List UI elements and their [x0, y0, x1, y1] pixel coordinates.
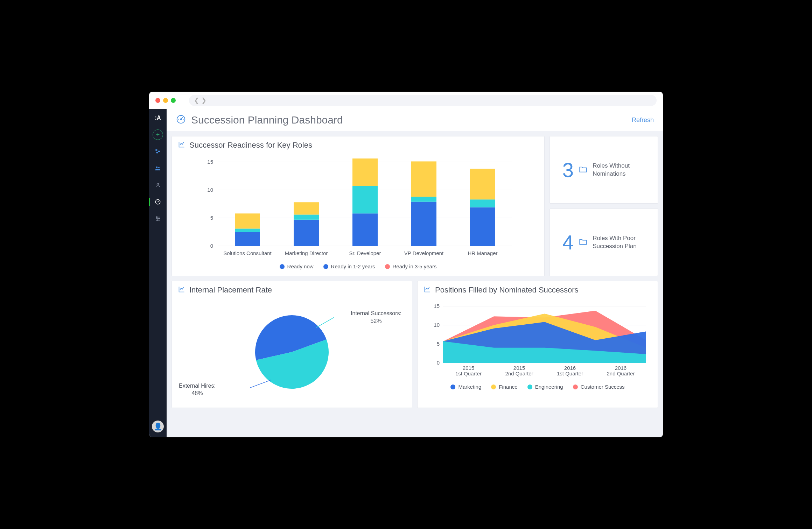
sidebar-org-icon[interactable]	[153, 146, 163, 157]
add-button[interactable]: +	[153, 129, 163, 140]
svg-point-13	[157, 220, 158, 221]
svg-rect-28	[294, 220, 319, 246]
svg-rect-34	[352, 158, 378, 186]
refresh-button[interactable]: Refresh	[632, 117, 654, 124]
placement-pie-chart	[250, 310, 334, 394]
svg-text:15: 15	[434, 303, 440, 309]
user-avatar[interactable]: 👤	[152, 421, 164, 432]
svg-text:0: 0	[437, 360, 440, 366]
svg-point-5	[157, 183, 159, 185]
positions-area-chart: 05101520151st Quarter20152nd Quarter2016…	[424, 303, 651, 380]
svg-rect-26	[235, 213, 260, 228]
pie-label-internal: Internal Successors:52%	[351, 310, 401, 325]
back-icon[interactable]: ❮	[194, 97, 199, 104]
page-header: Succession Planning Dashboard Refresh	[167, 109, 663, 131]
svg-text:10: 10	[207, 187, 213, 193]
positions-legend: MarketingFinanceEngineeringCustomer Succ…	[424, 382, 651, 393]
svg-rect-29	[294, 214, 319, 219]
stat-value: 3	[562, 160, 574, 180]
svg-text:0: 0	[210, 243, 213, 249]
sidebar-person-icon[interactable]	[153, 180, 163, 190]
sidebar: :A + 👤	[149, 109, 167, 437]
legend-item: Ready in 1-2 years	[323, 263, 375, 269]
svg-point-11	[156, 217, 158, 218]
svg-text:2nd Quarter: 2nd Quarter	[607, 371, 635, 376]
svg-text:5: 5	[437, 341, 440, 347]
stat-value: 4	[562, 232, 574, 253]
stat-label: Roles Without Nominations	[593, 162, 645, 177]
svg-text:10: 10	[434, 322, 440, 328]
card-readiness: Successor Readiness for Key Roles 051015…	[172, 136, 545, 276]
window-titlebar: ❮ ❯	[149, 92, 663, 109]
app-logo-icon[interactable]: :A	[153, 113, 163, 123]
legend-item: Ready now	[280, 263, 314, 269]
folder-icon	[579, 237, 588, 248]
card-title: Positions Filled by Nominated Successors	[435, 285, 579, 295]
sidebar-settings-icon[interactable]	[153, 213, 163, 224]
legend-item: Ready in 3-5 years	[385, 263, 437, 269]
svg-rect-24	[235, 232, 260, 246]
svg-rect-0	[155, 149, 157, 151]
legend-item: Finance	[491, 384, 517, 390]
card-positions-filled: Positions Filled by Nominated Successors…	[417, 281, 658, 408]
maximize-window-icon[interactable]	[171, 98, 176, 103]
legend-item: Engineering	[527, 384, 563, 390]
address-bar[interactable]: ❮ ❯	[189, 95, 657, 106]
svg-point-3	[156, 167, 158, 168]
close-window-icon[interactable]	[155, 98, 160, 103]
svg-text:Marketing Director: Marketing Director	[285, 250, 328, 256]
svg-rect-40	[470, 207, 495, 246]
svg-rect-38	[411, 161, 436, 197]
card-title: Internal Placement Rate	[189, 285, 272, 295]
svg-rect-2	[156, 152, 158, 154]
svg-rect-32	[352, 213, 378, 246]
svg-rect-36	[411, 202, 436, 246]
svg-point-4	[158, 167, 160, 168]
svg-rect-42	[470, 169, 495, 199]
svg-text:2016: 2016	[564, 365, 576, 371]
svg-text:Sr. Developer: Sr. Developer	[349, 250, 381, 256]
svg-text:2nd Quarter: 2nd Quarter	[505, 371, 533, 376]
svg-text:5: 5	[210, 215, 213, 221]
svg-rect-30	[294, 202, 319, 214]
svg-rect-1	[158, 151, 160, 152]
legend-item: Customer Success	[573, 384, 625, 390]
chart-icon	[178, 286, 185, 294]
pie-label-external: External Hires:48%	[179, 382, 216, 397]
sidebar-people-icon[interactable]	[153, 163, 163, 174]
sidebar-dashboard-icon[interactable]	[153, 197, 163, 207]
card-title: Successor Readiness for Key Roles	[189, 141, 312, 150]
card-placement-rate: Internal Placement Rate Internal Success…	[172, 281, 412, 408]
stat-label: Roles With Poor Succession Plan	[593, 234, 645, 250]
svg-text:HR Manager: HR Manager	[468, 250, 497, 256]
svg-rect-33	[352, 186, 378, 213]
svg-text:1st Quarter: 1st Quarter	[557, 371, 583, 376]
stat-roles-without-nominations[interactable]: 3 Roles Without Nominations	[550, 136, 658, 204]
svg-text:2015: 2015	[513, 365, 525, 371]
svg-text:2016: 2016	[615, 365, 626, 371]
svg-line-45	[250, 380, 271, 390]
legend-item: Marketing	[450, 384, 481, 390]
stat-roles-poor-plan[interactable]: 4 Roles With Poor Succession Plan	[550, 209, 658, 276]
readiness-legend: Ready nowReady in 1-2 yearsReady in 3-5 …	[178, 261, 538, 273]
minimize-window-icon[interactable]	[163, 98, 168, 103]
readiness-bar-chart: 051015Solutions ConsultantMarketing Dire…	[178, 158, 538, 260]
svg-rect-25	[235, 228, 260, 232]
svg-text:15: 15	[207, 159, 213, 165]
svg-point-12	[159, 218, 160, 219]
svg-text:2015: 2015	[463, 365, 474, 371]
svg-line-44	[316, 313, 334, 327]
forward-icon[interactable]: ❯	[201, 97, 206, 104]
svg-text:VP Development: VP Development	[404, 250, 444, 256]
folder-icon	[579, 165, 588, 175]
page-title: Succession Planning Dashboard	[191, 114, 632, 126]
chart-icon	[424, 286, 431, 294]
svg-text:1st Quarter: 1st Quarter	[455, 371, 482, 376]
svg-rect-37	[411, 197, 436, 202]
svg-rect-41	[470, 199, 495, 207]
gauge-icon	[176, 114, 186, 126]
chart-icon	[178, 141, 185, 149]
svg-point-7	[158, 202, 158, 202]
svg-text:Solutions Consultant: Solutions Consultant	[223, 250, 272, 256]
svg-point-15	[181, 119, 182, 120]
